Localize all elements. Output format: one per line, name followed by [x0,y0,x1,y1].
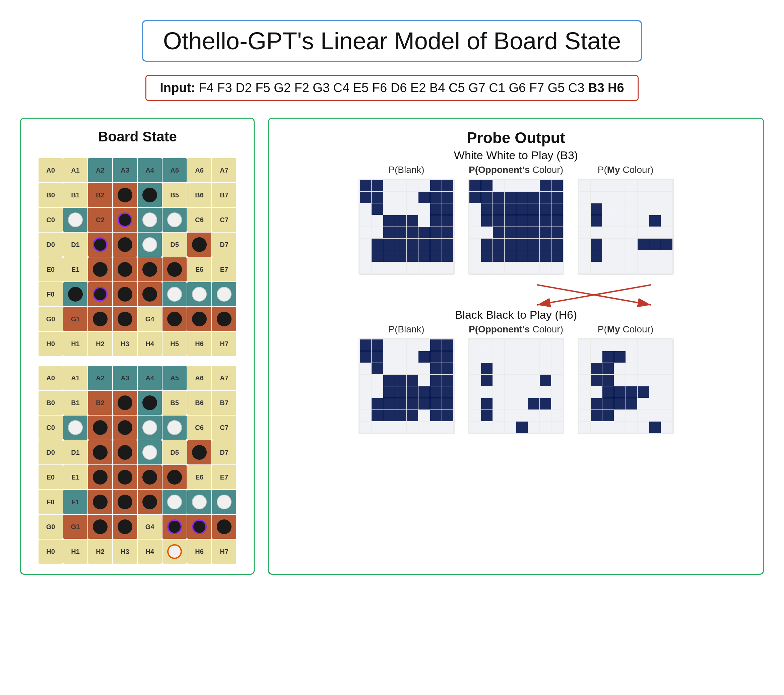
probe-cell [540,363,551,374]
probe-cell [516,239,528,250]
probe-cell [661,192,672,203]
cell-h4: H4 [138,332,162,356]
probe-cell [649,363,661,374]
probe-cell [418,398,430,410]
probe-cell [540,180,551,191]
cell-f2 [88,282,112,306]
cell-d1: D1 [63,232,87,257]
cell2-c5 [163,415,187,440]
cell-a3: A3 [113,158,137,182]
cell2-d4 [138,440,162,464]
probe-cell [383,422,395,433]
probe-cell [469,203,481,215]
cell-d7: D7 [212,232,236,257]
probe-cell [469,262,481,273]
probe-cell [469,227,481,238]
probe-cell [395,215,407,227]
probe-cell [360,339,371,351]
probe-cell [442,422,453,433]
probe-cell [407,375,418,386]
probe-cell [614,351,626,362]
probe-cell [579,339,590,351]
probe-cell [591,215,602,227]
cell-h0: H0 [38,332,63,356]
cell-g4: G4 [138,307,162,331]
cell2-e0: E0 [38,465,63,489]
white-opp-grid [468,179,564,275]
probe-cell [407,180,418,191]
cell-f5 [163,282,187,306]
probe-cell [552,203,563,215]
cell-a7: A7 [212,158,236,182]
probe-cell [661,239,672,250]
black-opp-container: P(Opponent's Colour) [468,324,564,434]
probe-cell [540,215,551,227]
cell-e6: E6 [187,257,211,282]
probe-cell [579,410,590,421]
probe-cell [430,239,441,250]
white-my-container: P(My Colour) [578,165,674,275]
probe-cell [661,351,672,362]
probe-cell [430,351,441,362]
black-my-grid [578,338,674,434]
probe-cell [661,422,672,433]
cell2-c3 [113,415,137,440]
probe-cell [603,250,614,262]
black-blank-label: P(Blank) [388,324,424,335]
cell-g1: G1 [63,307,87,331]
probe-cell [579,386,590,398]
probe-cell [504,351,516,362]
probe-cell [637,375,649,386]
cell-f0: F0 [38,282,63,306]
probe-cell [493,215,504,227]
probe-cell [540,410,551,421]
probe-cell [516,410,528,421]
probe-cell [418,422,430,433]
probe-cell [407,410,418,421]
probe-cell [649,262,661,273]
cell2-d1: D1 [63,440,87,464]
probe-cell [626,339,637,351]
probe-cell [603,180,614,191]
black-grids-row: P(Blank) P(Opponent's Colour) P(My Colou… [359,324,674,434]
probe-cell [614,203,626,215]
cell-d5: D5 [163,232,187,257]
probe-cell [603,422,614,433]
cell2-f1: F1 [63,490,87,514]
probe-cell [372,250,383,262]
probe-cell [552,375,563,386]
probe-cell [469,215,481,227]
cell-b3 [113,183,137,207]
arrows-container [282,282,749,308]
probe-cell [591,180,602,191]
probe-cell [418,227,430,238]
input-box: Input: F4 F3 D2 F5 G2 F2 G3 C4 E5 F6 D6 … [145,75,638,101]
probe-cell [360,351,371,362]
probe-cell [637,180,649,191]
probe-cell [626,192,637,203]
probe-cell [360,203,371,215]
probe-cell [579,227,590,238]
cell-b6: B6 [187,183,211,207]
white-to-play-text: White to Play (B3) [486,149,578,161]
probe-cell [395,262,407,273]
title-box: Othello-GPT's Linear Model of Board Stat… [142,20,642,62]
probe-cell [591,250,602,262]
probe-cell [469,363,481,374]
probe-cell [661,386,672,398]
probe-cell [504,339,516,351]
cell2-b5: B5 [163,391,187,415]
probe-cell [649,339,661,351]
probe-cell [360,398,371,410]
probe-cell [661,203,672,215]
probe-cell [481,180,492,191]
probe-cell [504,215,516,227]
probe-cell [614,250,626,262]
probe-cell [372,351,383,362]
cell-e2 [88,257,112,282]
probe-cell [360,239,371,250]
cell2-b2: B2 [88,391,112,415]
white-bold: White [454,149,483,161]
probe-cell [360,192,371,203]
probe-cell [649,351,661,362]
